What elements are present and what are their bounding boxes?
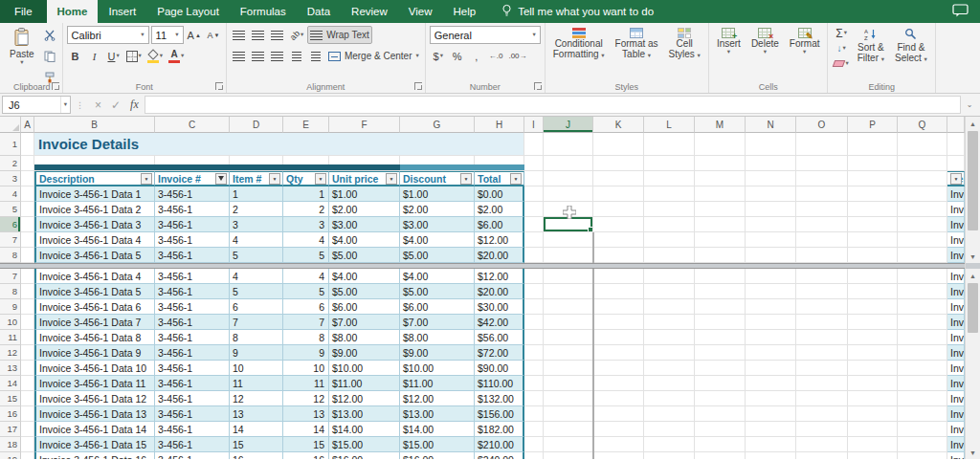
cell-I6[interactable] (524, 217, 544, 232)
cell-P15[interactable] (848, 391, 898, 406)
table-cell-E8[interactable]: 5 (283, 248, 329, 263)
table-cell-F16[interactable]: $13.00 (329, 406, 400, 422)
font-family-combo[interactable]: Calibri▾ (67, 26, 149, 44)
table-cell-F11[interactable]: $8.00 (329, 330, 400, 345)
table-cell-G6[interactable]: $3.00 (400, 217, 475, 232)
column-header-Q[interactable]: Q (898, 117, 947, 133)
column-header-M[interactable]: M (695, 117, 746, 133)
cell-O17[interactable] (796, 422, 848, 437)
cell-K9[interactable] (593, 299, 644, 315)
scroll-up-arrow-top-pane[interactable]: ▲ (966, 117, 980, 130)
table-cell-6[interactable]: Invoice 3-456-1 Data 3 (947, 217, 965, 232)
cell-Q1[interactable] (898, 133, 947, 156)
table-cell-G11[interactable]: $8.00 (400, 330, 475, 345)
cell-G3[interactable]: Discount▼ (400, 171, 475, 186)
table-cell-H4[interactable]: $0.00 (475, 186, 524, 202)
cell-P4[interactable] (848, 186, 898, 202)
split-bar[interactable] (0, 263, 980, 269)
cell-P9[interactable] (848, 299, 898, 315)
table-cell-E14[interactable]: 11 (283, 376, 329, 391)
filter-button-description[interactable]: ▼ (950, 173, 962, 185)
cell-O7[interactable] (796, 269, 848, 284)
table-cell-H15[interactable]: $132.00 (475, 391, 524, 406)
cell-C3[interactable]: Invoice # (155, 171, 230, 186)
column-header-K[interactable]: K (593, 117, 644, 133)
table-cell-H11[interactable]: $56.00 (475, 330, 524, 345)
table-cell-H8[interactable]: $20.00 (475, 248, 524, 263)
table-cell-E8[interactable]: 5 (283, 284, 329, 299)
cell-A1[interactable] (21, 133, 34, 156)
cell-P5[interactable] (848, 202, 898, 217)
table-cell-B10[interactable]: Invoice 3-456-1 Data 7 (34, 315, 155, 330)
table-cell-E19[interactable]: 16 (283, 452, 329, 459)
table-cell-F4[interactable]: $1.00 (329, 186, 400, 202)
table-cell-H6[interactable]: $6.00 (475, 217, 524, 232)
cell-J8[interactable] (544, 284, 593, 299)
underline-button[interactable]: U▾ (105, 47, 122, 65)
cell-N12[interactable] (746, 345, 796, 361)
row-header-12[interactable]: 12 (0, 345, 21, 361)
scroll-thumb-bottom-pane[interactable] (968, 283, 978, 333)
table-cell-H16[interactable]: $156.00 (475, 406, 524, 422)
table-cell-13[interactable]: Invoice 3-456-1 Data 10 (947, 361, 965, 376)
row-header-5[interactable]: 5 (0, 202, 21, 217)
column-header-N[interactable]: N (746, 117, 796, 133)
cell-styles-button[interactable]: Cell Styles ▾ (665, 26, 704, 61)
row-header-14[interactable]: 14 (0, 376, 21, 391)
merge-center-button[interactable]: Merge & Center▾ (326, 47, 421, 65)
cell-M19[interactable] (695, 452, 746, 459)
cell-Q15[interactable] (898, 391, 947, 406)
cell-M15[interactable] (695, 391, 746, 406)
cell-I7[interactable] (524, 269, 544, 284)
row-header-6[interactable]: 6 (0, 217, 21, 232)
cell-L12[interactable] (644, 345, 695, 361)
table-cell-G9[interactable]: $6.00 (400, 299, 475, 315)
table-cell-G15[interactable]: $12.00 (400, 391, 475, 406)
table-cell-D19[interactable]: 16 (230, 452, 283, 459)
table-cell-E7[interactable]: 4 (283, 232, 329, 248)
table-cell-E18[interactable]: 15 (283, 437, 329, 452)
decrease-decimal-button[interactable]: .00→ (506, 47, 528, 65)
cell-O13[interactable] (796, 361, 848, 376)
table-cell-B7[interactable]: Invoice 3-456-1 Data 4 (34, 269, 155, 284)
font-dialog-launcher[interactable] (215, 82, 223, 90)
table-cell-C12[interactable]: 3-456-1 (155, 345, 230, 361)
table-cell-H7[interactable]: $12.00 (475, 232, 524, 248)
row-header-8[interactable]: 8 (0, 248, 21, 263)
cell-L14[interactable] (644, 376, 695, 391)
row-header-18[interactable]: 18 (0, 437, 21, 452)
table-cell-E11[interactable]: 8 (283, 330, 329, 345)
table-cell-D11[interactable]: 8 (230, 330, 283, 345)
cell-L18[interactable] (644, 437, 695, 452)
table-cell-H10[interactable]: $42.00 (475, 315, 524, 330)
cell-P11[interactable] (848, 330, 898, 345)
table-cell-G19[interactable]: $16.00 (400, 452, 475, 459)
filter-button-unit-price[interactable]: ▼ (386, 173, 397, 185)
cell-P3[interactable] (848, 171, 898, 186)
cell-J7[interactable] (544, 232, 593, 248)
cell-N7[interactable] (746, 269, 796, 284)
cell-O18[interactable] (796, 437, 848, 452)
table-cell-H19[interactable]: $240.00 (475, 452, 524, 459)
table-cell-H5[interactable]: $2.00 (475, 202, 524, 217)
cell-N1[interactable] (746, 133, 796, 156)
table-cell-18[interactable]: Invoice 3-456-1 Data 15 (947, 437, 965, 452)
table-cell-12[interactable]: Invoice 3-456-1 Data 9 (947, 345, 965, 361)
wrap-text-button[interactable]: Wrap Text (307, 26, 372, 44)
table-cell-9[interactable]: Invoice 3-456-1 Data 6 (947, 299, 965, 315)
cell-A11[interactable] (21, 330, 34, 345)
cell-K18[interactable] (593, 437, 644, 452)
cell-L9[interactable] (644, 299, 695, 315)
cell-O6[interactable] (796, 217, 848, 232)
scroll-down-arrow-bottom-pane[interactable]: ▼ (966, 446, 980, 459)
table-cell-4[interactable]: Invoice 3-456-1 Data 1 (947, 186, 965, 202)
table-cell-D17[interactable]: 14 (230, 422, 283, 437)
cell-P14[interactable] (848, 376, 898, 391)
column-header-A[interactable]: A (21, 117, 34, 133)
cell-M12[interactable] (695, 345, 746, 361)
table-cell-C11[interactable]: 3-456-1 (155, 330, 230, 345)
cell-J3[interactable] (544, 171, 593, 186)
row-header-9[interactable]: 9 (0, 299, 21, 315)
table-cell-H8[interactable]: $20.00 (475, 284, 524, 299)
cell-Q14[interactable] (898, 376, 947, 391)
